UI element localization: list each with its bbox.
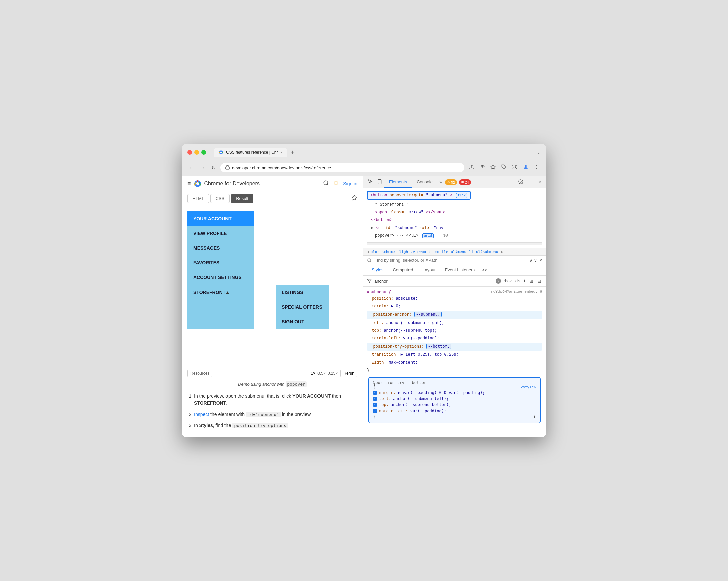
forward-button[interactable]: → xyxy=(199,163,207,172)
add-property-button[interactable]: + xyxy=(533,414,536,420)
svg-line-14 xyxy=(327,184,328,185)
inspect-mode-button[interactable] xyxy=(366,176,375,188)
css-line: position: absolute; xyxy=(367,295,542,303)
css-checkbox[interactable] xyxy=(373,397,377,401)
hov-button[interactable]: :hov xyxy=(504,279,512,283)
breadcrumb-item[interactable]: olor-scheme--light.viewport--mobile xyxy=(371,250,448,254)
submenu: LISTINGS SPECIAL OFFERS SIGN OUT xyxy=(276,285,329,329)
add-style-button[interactable]: + xyxy=(523,278,526,284)
css-prop: position: xyxy=(372,296,393,301)
tab-console[interactable]: Console xyxy=(412,176,437,188)
resources-button[interactable]: Resources xyxy=(187,370,212,377)
menu-item-messages[interactable]: MESSAGES xyxy=(187,241,254,255)
toggle-element-state-button[interactable]: ⊟ xyxy=(537,278,542,284)
tab-result[interactable]: Result xyxy=(231,194,253,203)
svg-point-7 xyxy=(525,165,527,167)
menu-item-favorites[interactable]: FAVORITES xyxy=(187,255,254,270)
zoom-05x-button[interactable]: 0.5× xyxy=(317,371,326,376)
submenu-item-listings[interactable]: LISTINGS xyxy=(276,285,329,300)
close-window-button[interactable] xyxy=(187,150,192,155)
submenu-item-sign-out[interactable]: SIGN OUT xyxy=(276,314,329,329)
sign-in-button[interactable]: Sign in xyxy=(343,181,357,186)
css-highlighted-line: position-anchor: --submenu; xyxy=(367,310,542,319)
html-line: <span class= "arrow" ></span> xyxy=(367,209,542,216)
css-value: anchor(--submenu bottom); xyxy=(391,403,451,407)
find-close-button[interactable]: × xyxy=(540,258,542,263)
new-style-rule-button[interactable]: ⊞ xyxy=(528,278,534,284)
submenu-item-special-offers[interactable]: SPECIAL OFFERS xyxy=(276,300,329,314)
new-tab-button[interactable]: + xyxy=(289,148,296,157)
breadcrumb-item[interactable]: ul#menu xyxy=(451,250,466,254)
selected-element[interactable]: <button popovertarget= "submenu" > flex xyxy=(367,191,471,200)
device-toolbar-button[interactable] xyxy=(375,176,384,188)
html-line: ▶ <ul id= "submenu" role= "nav" xyxy=(367,224,542,232)
back-button[interactable]: ← xyxy=(187,163,196,172)
code-tabs: HTML CSS Result xyxy=(182,191,363,206)
styles-filter-input[interactable] xyxy=(374,279,493,284)
devtools-settings-button[interactable] xyxy=(516,176,525,188)
menu-item-view-profile[interactable]: VIEW PROFILE xyxy=(187,226,254,241)
css-checkbox[interactable] xyxy=(373,391,377,395)
menu-item-account-settings[interactable]: ACCOUNT SETTINGS xyxy=(187,270,254,285)
zoom-1x-button[interactable]: 1× xyxy=(311,371,316,376)
theme-toggle-icon[interactable] xyxy=(333,180,339,187)
zoom-025x-button[interactable]: 0.25× xyxy=(328,371,338,376)
devtools-more-button[interactable]: ⋮ xyxy=(527,176,535,188)
breadcrumb-item[interactable]: ul#submenu xyxy=(476,250,498,254)
maximize-window-button[interactable] xyxy=(201,150,206,155)
breadcrumb-item[interactable]: li xyxy=(469,250,473,254)
extensions-button[interactable] xyxy=(500,163,508,172)
css-prop: top: xyxy=(372,328,382,333)
window-menu-button[interactable]: ⌄ xyxy=(537,150,541,155)
tab-styles[interactable]: Styles xyxy=(367,265,388,275)
more-tabs-button[interactable]: » xyxy=(437,177,444,187)
refresh-button[interactable]: ↻ xyxy=(210,163,217,172)
tab-event-listeners[interactable]: Event Listeners xyxy=(440,265,479,275)
tab-css[interactable]: CSS xyxy=(210,194,230,203)
screenshot-button[interactable] xyxy=(468,163,476,172)
cls-button[interactable]: .cls xyxy=(514,279,520,283)
chrome-menu-button[interactable] xyxy=(532,163,541,172)
labs-button[interactable] xyxy=(511,163,519,172)
bookmark-button[interactable] xyxy=(489,163,497,172)
rerun-button[interactable]: Rerun xyxy=(340,370,357,377)
profile-button[interactable] xyxy=(521,163,530,173)
active-tab[interactable]: CSS features reference | Chr × xyxy=(214,148,287,157)
css-checkbox[interactable] xyxy=(373,409,377,413)
preview-controls: Resources 1× 0.5× 0.25× Rerun xyxy=(182,367,363,380)
tab-close-button[interactable]: × xyxy=(281,150,283,155)
tab-layout[interactable]: Layout xyxy=(418,265,440,275)
horizontal-scrollbar[interactable] xyxy=(367,242,542,245)
search-icon[interactable] xyxy=(323,180,329,187)
tab-elements[interactable]: Elements xyxy=(384,176,412,188)
code-id-submenu: id="submenu" xyxy=(246,412,281,417)
hamburger-menu-icon[interactable]: ≡ xyxy=(187,180,191,187)
svg-line-23 xyxy=(338,181,338,181)
cast-button[interactable] xyxy=(478,163,487,172)
css-line: top: anchor(--submenu top); xyxy=(367,327,542,335)
css-position-try-value-badge: --bottom; xyxy=(426,344,451,349)
position-try-source: <style> xyxy=(521,385,536,390)
menu-item-storefront[interactable]: STOREFRONT ▲ xyxy=(187,285,236,300)
address-input-field[interactable]: developer.chrome.com/docs/devtools/css/r… xyxy=(220,163,464,172)
code-settings-icon[interactable] xyxy=(351,195,357,202)
tab-html[interactable]: HTML xyxy=(187,194,209,203)
css-checkbox[interactable] xyxy=(373,403,377,407)
more-styles-tabs-button[interactable]: >> xyxy=(479,265,490,275)
find-next-button[interactable]: ∨ xyxy=(534,258,537,263)
inspect-link[interactable]: Inspect xyxy=(194,412,209,417)
css-line: left: anchor(--submenu right); xyxy=(367,319,542,327)
find-input[interactable] xyxy=(374,258,527,263)
svg-line-18 xyxy=(334,181,334,181)
css-selector: #submenu { xyxy=(367,290,391,295)
minimize-window-button[interactable] xyxy=(194,150,199,155)
breadcrumb-end-arrow: ▶ xyxy=(501,250,503,254)
devtools-close-button[interactable]: × xyxy=(537,176,543,188)
tab-computed[interactable]: Computed xyxy=(388,265,418,275)
code-position-try-options: position-try-options xyxy=(232,422,288,428)
warning-count: 92 xyxy=(451,180,455,184)
preview-area: YOUR ACCOUNT VIEW PROFILE MESSAGES FAVOR… xyxy=(182,206,363,367)
find-prev-button[interactable]: ∧ xyxy=(529,258,532,263)
html-attr: popovertarget= xyxy=(390,193,423,198)
filter-clear-button[interactable]: × xyxy=(496,278,501,284)
